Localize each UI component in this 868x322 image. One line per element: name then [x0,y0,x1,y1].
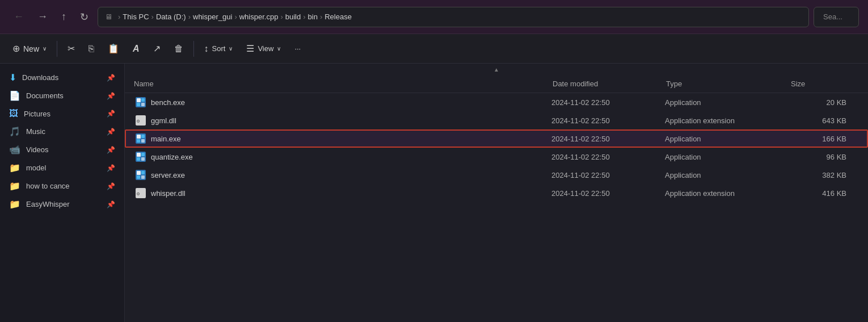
collapse-bar[interactable]: ▲ [125,64,868,75]
whisper-type: Application extension [665,189,790,198]
delete-icon: 🗑 [174,44,183,54]
table-row[interactable]: bench.exe 2024-11-02 22:50 Application 2… [125,93,868,111]
new-button[interactable]: ⊕ New ∨ [7,40,52,57]
table-row[interactable]: ⚙ ggml.dll 2024-11-02 22:50 Application … [125,111,868,129]
ggml-size: 643 KB [790,116,858,125]
howtocance-pin: 📌 [107,182,115,190]
more-button[interactable]: ··· [289,41,306,56]
pictures-pin: 📌 [107,110,115,118]
svg-rect-16 [141,157,145,161]
svg-rect-15 [137,157,140,161]
server-exe-name: server.exe [151,171,185,179]
documents-pin: 📌 [107,92,115,100]
svg-rect-14 [141,153,145,156]
header-type: Type [666,77,791,90]
whisper-size: 416 KB [790,189,858,198]
sidebar-item-documents[interactable]: 📄 Documents 📌 [2,87,122,104]
sidebar-item-howtocance[interactable]: 📁 how to cance 📌 [2,177,122,195]
server-size: 382 KB [790,171,858,179]
quantize-exe-icon [135,151,146,162]
model-pin: 📌 [107,164,115,172]
path-whisper-gui[interactable]: whisper_gui [193,12,232,21]
bench-exe-icon [135,97,146,108]
main-exe-icon [135,133,146,144]
paste-icon: 📋 [108,43,119,54]
path-data[interactable]: Data (D:) [156,12,186,21]
quantize-exe-name: quantize.exe [151,153,193,161]
svg-rect-9 [141,135,145,138]
bench-type: Application [665,98,790,107]
whisper-date: 2024-11-02 22:50 [551,189,665,198]
svg-rect-13 [137,153,141,157]
table-row[interactable]: quantize.exe 2024-11-02 22:50 Applicatio… [125,148,868,166]
sidebar-label-documents: Documents [26,91,101,100]
main-size: 166 KB [790,135,858,143]
table-row[interactable]: main.exe 2024-11-02 22:50 Application 16… [125,129,868,148]
copy-button[interactable]: ⎘ [83,40,100,57]
file-name-quantize: quantize.exe [135,151,551,162]
svg-text:⚙: ⚙ [136,191,140,196]
quantize-date: 2024-11-02 22:50 [551,153,665,161]
refresh-button[interactable]: ↻ [75,9,93,26]
svg-rect-2 [141,98,145,102]
sidebar: ⬇ Downloads 📌 📄 Documents 📌 🖼 Pictures 📌… [0,64,125,322]
sidebar-item-easywhisper[interactable]: 📁 EasyWhisper 📌 [2,195,122,213]
easywhisper-folder-icon: 📁 [9,199,20,210]
view-dropdown-icon: ∨ [277,45,281,52]
path-bin[interactable]: bin [308,12,318,21]
quantize-size: 96 KB [790,153,858,161]
file-name-whisper: ⚙ whisper.dll [135,187,551,199]
path-bar[interactable]: 🖥 › This PC › Data (D:) › whisper_gui › … [98,7,809,27]
search-button[interactable]: Sea... [814,7,859,27]
ggml-dll-name: ggml.dll [151,116,176,125]
table-row[interactable]: ⚙ whisper.dll 2024-11-02 22:50 Applicati… [125,184,868,202]
back-button[interactable]: ← [9,9,28,25]
svg-rect-3 [137,103,140,106]
server-date: 2024-11-02 22:50 [551,171,665,179]
sort-dropdown-icon: ∨ [229,45,233,52]
table-row[interactable]: server.exe 2024-11-02 22:50 Application … [125,166,868,184]
path-this-pc[interactable]: This PC [123,12,149,21]
sidebar-label-videos: Videos [26,145,101,154]
new-icon: ⊕ [12,43,20,54]
ggml-date: 2024-11-02 22:50 [551,116,665,125]
paste-button[interactable]: 📋 [102,40,125,57]
sidebar-item-videos[interactable]: 📹 Videos 📌 [2,141,122,158]
sidebar-item-pictures[interactable]: 🖼 Pictures 📌 [2,105,122,122]
sidebar-item-model[interactable]: 📁 model 📌 [2,159,122,177]
up-button[interactable]: ↑ [57,9,71,25]
new-dropdown-icon: ∨ [43,45,47,52]
howtocance-folder-icon: 📁 [9,181,20,191]
sort-button[interactable]: ↕ Sort ∨ [199,40,239,57]
main-type: Application [665,135,790,143]
sidebar-label-easywhisper: EasyWhisper [26,200,101,208]
bench-size: 20 KB [790,98,858,107]
toolbar: ⊕ New ∨ ✂ ⎘ 📋 A ↗ 🗑 ↕ Sort ∨ ☰ View ∨ ··… [0,34,868,64]
cut-button[interactable]: ✂ [62,40,81,57]
forward-button[interactable]: → [33,9,52,25]
path-build[interactable]: build [285,12,301,21]
view-button[interactable]: ☰ View ∨ [241,40,286,57]
view-icon: ☰ [246,43,254,54]
file-rows: bench.exe 2024-11-02 22:50 Application 2… [125,93,868,322]
share-button[interactable]: ↗ [148,40,166,57]
cut-icon: ✂ [68,43,75,54]
header-name: Name [134,77,553,90]
address-bar: ← → ↑ ↻ 🖥 › This PC › Data (D:) › whispe… [0,0,868,34]
svg-rect-20 [137,175,140,179]
svg-rect-11 [141,139,145,143]
path-whisper-cpp[interactable]: whisper.cpp [239,12,279,21]
header-size: Size [791,77,859,90]
svg-text:⚙: ⚙ [136,118,140,124]
sidebar-label-pictures: Pictures [24,110,101,118]
sidebar-item-downloads[interactable]: ⬇ Downloads 📌 [2,69,122,86]
server-exe-icon [135,169,146,181]
file-name-ggml: ⚙ ggml.dll [135,115,551,126]
rename-button[interactable]: A [127,40,145,57]
rename-icon: A [133,44,140,54]
sidebar-label-downloads: Downloads [22,73,101,82]
delete-button[interactable]: 🗑 [168,40,189,57]
sidebar-item-music[interactable]: 🎵 Music 📌 [2,123,122,140]
path-release[interactable]: Release [325,12,352,21]
main-area: ⬇ Downloads 📌 📄 Documents 📌 🖼 Pictures 📌… [0,64,868,322]
